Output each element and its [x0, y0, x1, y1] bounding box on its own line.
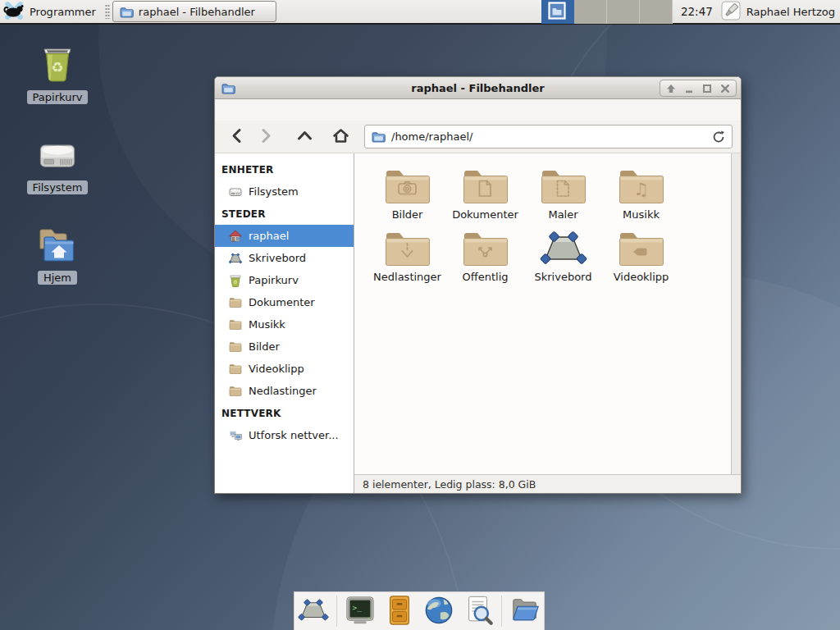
harddrive-sm-icon	[229, 185, 242, 199]
dock-item-show-desktop[interactable]	[297, 595, 330, 628]
menu-fil[interactable]	[218, 107, 233, 112]
menu-hjelp[interactable]	[277, 107, 292, 112]
up-icon	[296, 127, 313, 147]
back-button[interactable]	[225, 125, 249, 149]
dock-item-globe[interactable]	[422, 595, 455, 628]
path-input[interactable]: /home/raphael/	[391, 130, 706, 143]
file-item-label: Nedlastinger	[373, 271, 441, 283]
taskbar-window-label: raphael - Filbehandler	[139, 6, 255, 18]
file-item-dokumenter[interactable]: Dokumenter	[446, 167, 524, 221]
file-item-nedlastinger[interactable]: Nedlastinger	[368, 229, 446, 283]
menu-g[interactable]	[262, 107, 277, 112]
workspace-4[interactable]	[640, 0, 673, 24]
shade-button[interactable]	[662, 80, 680, 96]
window-controls	[660, 80, 737, 97]
file-view[interactable]: Bilder Dokumenter Maler ♫ Musikk Nedlast…	[354, 153, 731, 474]
home-button[interactable]	[328, 125, 353, 149]
sidebar-item-label: raphael	[249, 230, 289, 242]
dock: >_	[294, 591, 545, 630]
folder-camera-icon	[384, 167, 431, 206]
sidebar-item-bilder[interactable]: Bilder	[215, 336, 354, 358]
top-panel: Programmer raphael - Filbehandler 22:47 …	[0, 0, 840, 25]
sidebar-item-musikk[interactable]: Musikk	[215, 313, 354, 336]
path-bar[interactable]: /home/raphael/	[364, 125, 733, 148]
trash-sm-icon: ♻	[229, 274, 242, 287]
desktop-icon-label: Filsystem	[27, 180, 89, 194]
sidebar-item-dokumenter[interactable]: Dokumenter	[215, 291, 354, 313]
back-icon	[229, 127, 246, 147]
vertical-scrollbar[interactable]	[731, 153, 741, 474]
sidebar-item-skrivebord[interactable]: Skrivebord	[215, 247, 354, 269]
sidebar-item-papirkurv[interactable]: ♻ Papirkurv	[215, 269, 354, 291]
window-preview-icon	[548, 2, 566, 22]
desktop-sm-icon	[229, 252, 242, 265]
folder-music-icon: ♫	[618, 167, 665, 206]
harddrive-icon	[36, 134, 79, 176]
dock-separator	[501, 596, 502, 627]
taskbar-window-button[interactable]: raphael - Filbehandler	[112, 1, 276, 22]
workspace-pager[interactable]	[541, 0, 673, 24]
sidebar-item-label: Skrivebord	[249, 252, 306, 264]
forward-button[interactable]	[253, 125, 277, 149]
folder-sm-icon	[229, 318, 242, 331]
up-button[interactable]	[292, 125, 317, 149]
minimize-button[interactable]	[680, 80, 698, 96]
forward-icon	[257, 127, 274, 147]
folder-template-icon	[540, 167, 587, 206]
sidebar-section-header: STEDER	[215, 203, 354, 225]
dock-item-search-doc[interactable]	[462, 595, 495, 628]
file-item-offentlig[interactable]: Offentlig	[446, 229, 524, 283]
clock: 22:47	[673, 5, 719, 18]
window-icon	[221, 82, 235, 94]
file-item-skrivebord[interactable]: Skrivebord	[524, 229, 602, 283]
menu-vis[interactable]	[248, 107, 262, 112]
toolbar: /home/raphael/	[215, 121, 741, 153]
workspace-2[interactable]	[574, 0, 607, 24]
folder-sm-icon	[229, 340, 242, 354]
session-action-icon	[721, 1, 741, 23]
search-doc-icon	[463, 595, 494, 628]
desktop-icon-trash[interactable]: ♻ Papirkurv	[15, 43, 100, 104]
workspace-1[interactable]	[541, 0, 574, 24]
file-item-maler[interactable]: Maler	[524, 167, 602, 221]
folder-share-icon	[462, 229, 509, 268]
file-item-bilder[interactable]: Bilder	[368, 167, 446, 221]
file-grid: Bilder Dokumenter Maler ♫ Musikk Nedlast…	[368, 167, 731, 283]
close-button[interactable]	[716, 80, 734, 96]
dock-item-terminal[interactable]: >_	[344, 595, 377, 628]
file-item-label: Maler	[548, 208, 578, 221]
desktop-icon-home[interactable]: Hjem	[15, 224, 100, 285]
sidebar-section-header: ENHETER	[215, 158, 354, 180]
sidebar-item-utforsk-nettver[interactable]: Utforsk nettver...	[215, 424, 354, 446]
svg-text:♫: ♫	[633, 180, 649, 199]
panel-grip-handle[interactable]	[105, 4, 110, 19]
file-item-label: Offentlig	[463, 271, 509, 283]
dock-item-cabinet[interactable]	[383, 595, 416, 628]
sidebar-item-videoklipp[interactable]: Videoklipp	[215, 358, 354, 380]
dock-separator	[336, 596, 337, 627]
sidebar-item-nedlastinger[interactable]: Nedlastinger	[215, 380, 354, 402]
reload-icon[interactable]	[712, 130, 725, 144]
window-titlebar[interactable]: raphael - Filbehandler	[215, 77, 741, 99]
sidebar-item-filsystem[interactable]: Filsystem	[215, 180, 354, 203]
desktop-icon-filesystem[interactable]: Filsystem	[15, 134, 100, 194]
file-manager-window: raphael - Filbehandler /home/raphael/ EN…	[214, 76, 742, 494]
applications-menu-button[interactable]: Programmer	[0, 0, 103, 23]
file-item-musikk[interactable]: ♫ Musikk	[602, 167, 680, 221]
workspace-3[interactable]	[607, 0, 640, 24]
sidebar-item-raphael[interactable]: raphael	[215, 225, 354, 247]
menu-rediger[interactable]	[233, 107, 248, 112]
desktop-icon-label: Hjem	[38, 271, 77, 285]
terminal-icon: >_	[345, 595, 376, 628]
file-item-label: Videoklipp	[614, 271, 669, 283]
trash-icon: ♻	[36, 43, 79, 86]
sidebar-item-label: Musikk	[249, 318, 285, 331]
sidebar-section-header: NETTVERK	[215, 402, 354, 424]
maximize-button[interactable]	[698, 80, 716, 96]
sidebar-item-label: Filsystem	[249, 185, 299, 198]
cabinet-icon	[384, 595, 415, 628]
dock-item-folder-open[interactable]	[509, 595, 541, 628]
user-session-button[interactable]: Raphael Hertzog	[719, 0, 840, 23]
file-item-videoklipp[interactable]: Videoklipp	[602, 229, 680, 283]
svg-text:♻: ♻	[51, 59, 63, 75]
